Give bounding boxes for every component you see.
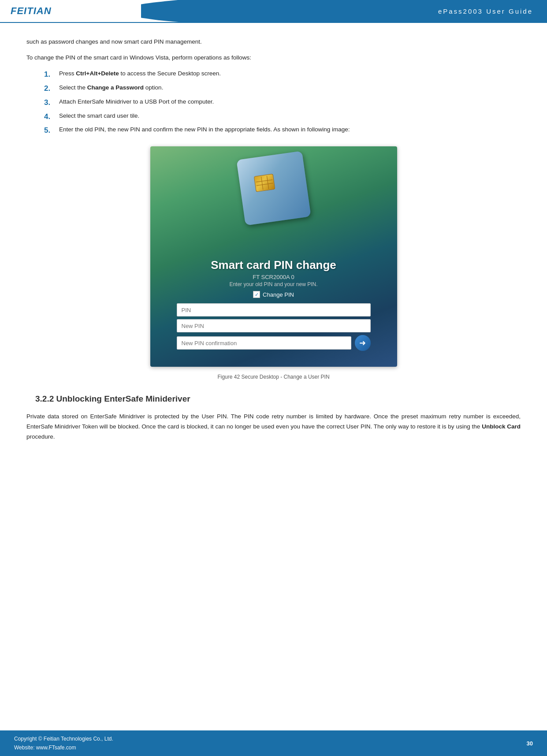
- list-item: 1. Press Ctrl+Alt+Delete to access the S…: [44, 69, 521, 80]
- submit-arrow-button[interactable]: ➜: [355, 335, 371, 351]
- step-number: 5.: [44, 125, 56, 136]
- footer-page-number: 30: [527, 740, 533, 747]
- step-number: 1.: [44, 69, 56, 80]
- list-item: 4. Select the smart card user tile.: [44, 112, 521, 122]
- footer-copyright: Copyright © Feitian Technologies Co., Lt…: [14, 734, 113, 752]
- list-item: 3. Attach EnterSafe Minidriver to a USB …: [44, 97, 521, 108]
- pin-subtitle: FT SCR2000A 0: [177, 274, 371, 280]
- checkbox-label: Change PIN: [263, 291, 294, 298]
- list-item: 2. Select the Change a Password option.: [44, 83, 521, 94]
- confirm-pin-field-row: ➜: [177, 335, 371, 351]
- footer-copyright-line1: Copyright © Feitian Technologies Co., Lt…: [14, 734, 113, 743]
- intro-paragraph-1: such as password changes and now smart c…: [26, 37, 521, 47]
- figure-caption: Figure 42 Secure Desktop - Change a User…: [26, 374, 521, 380]
- step-number: 4.: [44, 112, 56, 122]
- body-bold-text: Unblock Card: [482, 423, 521, 430]
- step-bold: Change a Password: [87, 84, 144, 91]
- list-item: 5. Enter the old PIN, the new PIN and co…: [44, 125, 521, 136]
- logo-area: FEITIAN: [0, 0, 141, 22]
- pin-change-title: Smart card PIN change: [177, 258, 371, 272]
- step-bold: Ctrl+Alt+Delete: [76, 70, 119, 77]
- header-title-area: ePass2003 User Guide: [141, 0, 547, 22]
- pin-form-area: Smart card PIN change FT SCR2000A 0 Ente…: [150, 250, 397, 367]
- pin-input-field[interactable]: [177, 303, 371, 317]
- footer-copyright-line2: Website: www.FTsafe.com: [14, 743, 113, 752]
- screenshot-container: Smart card PIN change FT SCR2000A 0 Ente…: [26, 146, 521, 369]
- step-text: Attach EnterSafe Minidriver to a USB Por…: [59, 97, 521, 106]
- confirm-pin-input-field[interactable]: [177, 336, 351, 350]
- body-paragraph: Private data stored on EnterSafe Minidri…: [26, 412, 521, 442]
- step-number: 3.: [44, 97, 56, 108]
- pin-field-row: [177, 303, 371, 317]
- page-footer: Copyright © Feitian Technologies Co., Lt…: [0, 730, 547, 756]
- new-pin-field-row: [177, 319, 371, 332]
- page-content: such as password changes and now smart c…: [0, 23, 547, 466]
- step-text: Press Ctrl+Alt+Delete to access the Secu…: [59, 69, 521, 78]
- step-number: 2.: [44, 83, 56, 94]
- body-text-after-bold: procedure.: [26, 433, 55, 440]
- change-pin-checkbox-row: ✓ Change PIN: [177, 291, 371, 298]
- step-text: Select the smart card user tile.: [59, 112, 521, 120]
- pin-description: Enter your old PIN and your new PIN.: [177, 281, 371, 287]
- step-text: Select the Change a Password option.: [59, 83, 521, 92]
- step-text: Enter the old PIN, the new PIN and confi…: [59, 125, 521, 134]
- page-header: FEITIAN ePass2003 User Guide: [0, 0, 547, 23]
- chip-icon: [253, 174, 275, 192]
- section-heading: 3.2.2 Unblocking EnterSafe Minideriver: [35, 394, 521, 404]
- body-text-before-bold: Private data stored on EnterSafe Minidri…: [26, 413, 521, 430]
- feitian-logo: FEITIAN: [11, 5, 52, 17]
- checkbox-icon: ✓: [253, 291, 260, 298]
- intro-paragraph-2: To change the PIN of the smart card in W…: [26, 53, 521, 63]
- steps-list: 1. Press Ctrl+Alt+Delete to access the S…: [44, 69, 521, 136]
- windows-screenshot: Smart card PIN change FT SCR2000A 0 Ente…: [150, 146, 397, 367]
- smart-card-icon-area: [238, 155, 309, 226]
- document-title: ePass2003 User Guide: [438, 7, 533, 15]
- smart-card-visual: [236, 151, 311, 225]
- new-pin-input-field[interactable]: [177, 319, 371, 332]
